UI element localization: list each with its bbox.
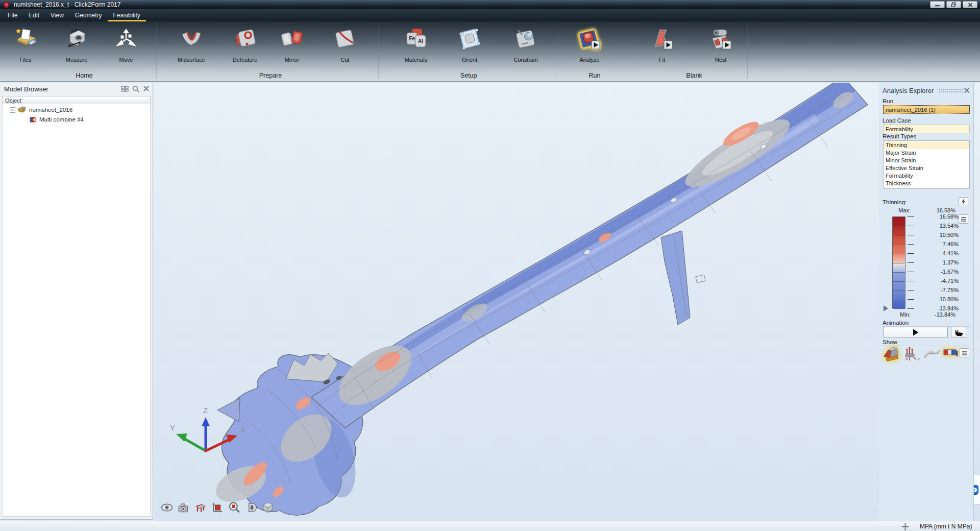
tick-label: -1.67% bbox=[916, 269, 959, 275]
svg-text:Fe: Fe bbox=[409, 36, 415, 41]
tick-label: 16.58% bbox=[916, 213, 959, 220]
close-panel-icon[interactable] bbox=[964, 87, 970, 94]
load-case-combobox[interactable]: Formability bbox=[883, 125, 970, 133]
ribbon-separator bbox=[378, 23, 379, 79]
update-results-button[interactable] bbox=[959, 197, 968, 206]
legend-range-marker[interactable] bbox=[884, 305, 888, 311]
ribbon-item-midsurface[interactable]: Midsurface bbox=[169, 26, 213, 77]
tick-label: 4.41% bbox=[916, 250, 959, 256]
zoom-box-icon[interactable] bbox=[228, 501, 240, 514]
legend-cell bbox=[893, 254, 905, 263]
ribbon-item-files[interactable]: Files bbox=[4, 26, 47, 77]
ribbon-item-fit[interactable]: Fit bbox=[640, 26, 684, 77]
minimize-button[interactable] bbox=[930, 1, 945, 8]
ribbon-item-label: Fit bbox=[640, 57, 684, 63]
tree-item-multi-combine[interactable]: Multi combine #4 bbox=[3, 115, 150, 124]
result-type-minor-strain[interactable]: Minor Strain bbox=[884, 157, 969, 164]
mirror-icon bbox=[280, 27, 304, 51]
menu-view[interactable]: View bbox=[45, 9, 69, 21]
tick-label: 1.37% bbox=[916, 259, 959, 266]
tick-label: 13.54% bbox=[916, 223, 959, 229]
collapse-toggle-icon[interactable] bbox=[10, 107, 15, 113]
iso-cube-icon[interactable] bbox=[262, 501, 274, 514]
show-toggles bbox=[882, 346, 971, 365]
ribbon-item-mirror[interactable]: Mirror bbox=[270, 26, 314, 77]
result-type-thickness[interactable]: Thickness bbox=[884, 180, 969, 187]
max-value: 16.58% bbox=[911, 207, 955, 213]
ribbon-item-nest[interactable]: Nest bbox=[699, 26, 743, 77]
menu-feasibility[interactable]: Feasibility bbox=[108, 9, 146, 21]
legend-tick: -1.67% bbox=[908, 269, 959, 275]
result-type-effective-strain[interactable]: Effective Strain bbox=[884, 164, 969, 172]
show-tools-die-icon[interactable] bbox=[883, 346, 900, 361]
ribbon-separator bbox=[747, 23, 748, 79]
materials-icon: Fe Al bbox=[404, 27, 428, 51]
menu-file[interactable]: File bbox=[2, 9, 23, 21]
viewport-3d[interactable]: Z Y X bbox=[154, 83, 980, 521]
display-options-icon[interactable] bbox=[121, 85, 129, 92]
close-panel-icon[interactable] bbox=[143, 85, 150, 92]
show-forming-tools-icon[interactable] bbox=[903, 346, 922, 363]
ribbon-item-measure[interactable]: Measure bbox=[55, 26, 99, 77]
result-type-thinning[interactable]: Thinning bbox=[884, 141, 969, 149]
ribbon-item-move[interactable]: Move bbox=[104, 26, 148, 77]
ribbon-item-cut[interactable]: Cut bbox=[323, 26, 367, 77]
triad-z-label: Z bbox=[203, 406, 208, 415]
menu-edit[interactable]: Edit bbox=[23, 9, 45, 21]
tick-dash bbox=[908, 235, 914, 235]
visibility-eye-icon[interactable] bbox=[161, 501, 173, 514]
show-blank-icon[interactable] bbox=[924, 346, 940, 360]
orientation-triad[interactable]: Z Y X bbox=[169, 406, 256, 462]
close-button[interactable] bbox=[963, 1, 977, 8]
result-type-major-strain[interactable]: Major Strain bbox=[884, 149, 969, 157]
menu-geometry[interactable]: Geometry bbox=[69, 9, 108, 21]
restore-button[interactable] bbox=[946, 1, 961, 8]
tick-dash bbox=[908, 226, 914, 226]
rotate-3d-icon[interactable] bbox=[245, 501, 257, 514]
ribbon-item-orient[interactable]: Orient bbox=[448, 26, 492, 77]
units-indicator[interactable]: MPA (mm t N MPa) bbox=[920, 523, 972, 530]
tree-item-assembly[interactable]: numisheet_2016 bbox=[3, 106, 150, 114]
tree-item-label: Multi combine #4 bbox=[39, 116, 84, 123]
load-case-section-label: Load Case bbox=[883, 117, 911, 124]
analyze-icon bbox=[578, 27, 601, 51]
show-contour-results-icon[interactable] bbox=[942, 346, 959, 358]
constrain-icon bbox=[514, 27, 537, 51]
ribbon-item-label: Materials bbox=[394, 57, 438, 63]
legend-cell bbox=[893, 217, 905, 226]
ribbon-item-constrain[interactable]: Constrain bbox=[504, 26, 548, 77]
result-type-formability[interactable]: Formability bbox=[884, 172, 969, 180]
legend-cell bbox=[893, 291, 905, 300]
animation-speed-button[interactable] bbox=[951, 327, 966, 338]
tick-dash bbox=[908, 308, 914, 309]
legend-options-button[interactable] bbox=[959, 214, 968, 224]
object-column-header[interactable]: Object bbox=[2, 96, 151, 105]
clip-plane-icon[interactable] bbox=[194, 501, 207, 514]
panel-drag-handle[interactable] bbox=[939, 89, 963, 94]
fit-window-icon[interactable] bbox=[211, 501, 224, 514]
ribbon-group-home: Home bbox=[76, 72, 92, 79]
move-icon bbox=[114, 27, 138, 51]
ribbon-item-defeature[interactable]: Defeature bbox=[223, 26, 267, 77]
run-combobox[interactable]: numisheet_2016 (1) bbox=[883, 105, 970, 114]
tick-dash bbox=[908, 299, 914, 300]
analysis-explorer-panel: Analysis Explorer Run numisheet_2016 (1)… bbox=[879, 83, 974, 521]
ribbon-group-run: Run bbox=[589, 72, 601, 79]
show-section-label: Show bbox=[883, 339, 897, 345]
play-icon bbox=[913, 329, 919, 336]
ribbon-item-label: Cut bbox=[323, 57, 367, 63]
legend-cell bbox=[893, 235, 905, 245]
legend-tick: 13.54% bbox=[908, 223, 959, 229]
ribbon-item-analyze[interactable]: Analyze bbox=[568, 26, 611, 77]
legend-tick: 16.58% bbox=[908, 213, 959, 220]
camera-snapshot-icon[interactable] bbox=[178, 501, 190, 514]
ribbon-item-materials[interactable]: Fe Al Materials bbox=[394, 26, 438, 77]
ribbon-item-label: Files bbox=[4, 57, 47, 63]
search-icon[interactable] bbox=[132, 85, 139, 92]
title-bar: numisheet_2016.x_t - Click2Form 2017 bbox=[0, 0, 980, 9]
move-cursor-icon bbox=[901, 523, 909, 530]
animation-play-button[interactable] bbox=[884, 327, 948, 338]
show-options-button[interactable] bbox=[960, 348, 969, 357]
ribbon-item-label: Mirror bbox=[270, 57, 314, 63]
tick-dash bbox=[908, 244, 914, 245]
